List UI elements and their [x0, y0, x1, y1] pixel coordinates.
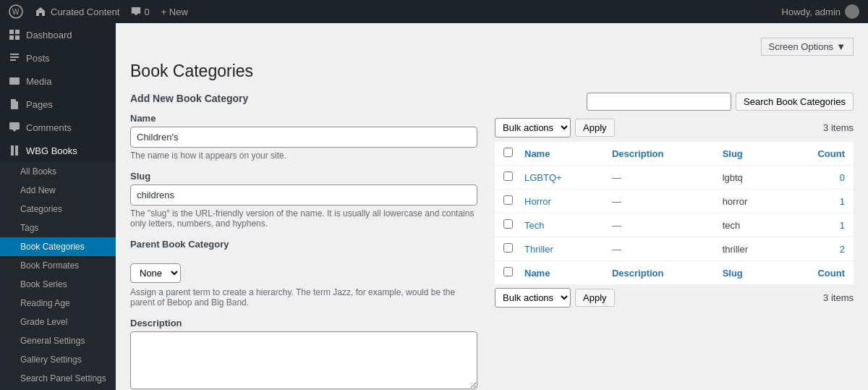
row-count: 1: [783, 213, 854, 237]
svg-text:W: W: [12, 8, 20, 16]
sidebar-item-search-panel-settings[interactable]: Search Panel Settings: [0, 369, 116, 388]
description-group: Description The description is not promi…: [130, 318, 477, 390]
svg-rect-5: [15, 35, 20, 40]
slug-label: Slug: [130, 171, 477, 182]
row-select-checkbox[interactable]: [503, 219, 513, 229]
footer-slug[interactable]: Slug: [714, 261, 783, 285]
sidebar-item-posts[interactable]: Posts: [0, 46, 116, 69]
row-slug: horror: [714, 190, 783, 213]
sidebar-label-posts: Posts: [26, 53, 50, 64]
items-count-bottom: 3 items: [823, 292, 854, 303]
sidebar-item-book-categories[interactable]: Book Categories: [0, 237, 116, 256]
sidebar-item-categories[interactable]: Categories: [0, 200, 116, 219]
pages-icon: [9, 98, 20, 110]
sidebar-item-tags[interactable]: Tags: [0, 219, 116, 237]
screen-options-button[interactable]: Screen Options ▼: [761, 38, 854, 56]
search-input[interactable]: [587, 93, 731, 111]
apply-button-top[interactable]: Apply: [575, 119, 615, 137]
name-input[interactable]: [130, 127, 477, 148]
sidebar-label-grade-level: Grade Level: [20, 317, 67, 327]
content-layout: Add New Book Category Name The name is h…: [130, 93, 854, 390]
count-link[interactable]: 1: [840, 220, 845, 231]
wbg-books-icon: [9, 145, 20, 156]
row-description: —: [603, 237, 714, 261]
header-name[interactable]: Name: [516, 142, 603, 166]
howdy-text: Howdy, admin: [782, 7, 841, 17]
new-content-link[interactable]: + New: [161, 7, 188, 17]
wp-logo-icon: W: [9, 4, 23, 19]
category-name-link[interactable]: Horror: [524, 196, 551, 207]
header-slug[interactable]: Slug: [714, 142, 783, 166]
sidebar-item-dashboard[interactable]: Dashboard: [0, 23, 116, 46]
page-title: Book Categories: [130, 62, 854, 81]
sidebar-item-reading-age[interactable]: Reading Age: [0, 294, 116, 313]
footer-name[interactable]: Name: [516, 261, 603, 285]
header-description[interactable]: Description: [603, 142, 714, 166]
sidebar-item-book-series[interactable]: Book Series: [0, 275, 116, 294]
apply-button-bottom[interactable]: Apply: [575, 289, 615, 307]
slug-hint: The "slug" is the URL-friendly version o…: [130, 208, 477, 229]
select-all-checkbox[interactable]: [503, 148, 513, 157]
sidebar-item-book-formates[interactable]: Book Formates: [0, 256, 116, 275]
sidebar-item-general-settings[interactable]: General Settings: [0, 331, 116, 350]
footer-checkbox[interactable]: [495, 261, 516, 285]
name-group: Name The name is how it appears on your …: [130, 113, 477, 161]
posts-icon: [9, 52, 20, 64]
dashboard-icon: [9, 29, 20, 41]
header-checkbox[interactable]: [495, 142, 516, 166]
table-footer-row: Name Description Slug Count: [495, 261, 854, 285]
categories-table: Name Description Slug Count LGBTQ+ — lgb…: [495, 142, 854, 285]
svg-rect-2: [9, 30, 14, 34]
row-select-checkbox[interactable]: [503, 243, 513, 253]
comment-icon: [131, 7, 141, 17]
row-checkbox[interactable]: [495, 166, 516, 190]
parent-select[interactable]: None: [130, 263, 181, 283]
description-input[interactable]: [130, 331, 477, 389]
footer-count[interactable]: Count: [783, 261, 854, 285]
row-select-checkbox[interactable]: [503, 195, 513, 205]
slug-input[interactable]: [130, 185, 477, 205]
row-checkbox[interactable]: [495, 213, 516, 237]
row-select-checkbox[interactable]: [503, 171, 513, 181]
row-checkbox[interactable]: [495, 237, 516, 261]
row-checkbox[interactable]: [495, 190, 516, 213]
site-link[interactable]: Curated Content: [35, 6, 119, 17]
bulk-actions-select-top[interactable]: Bulk actions: [495, 118, 571, 137]
add-new-form: Add New Book Category Name The name is h…: [130, 93, 477, 390]
description-label: Description: [130, 318, 477, 328]
count-link[interactable]: 1: [840, 196, 845, 207]
sidebar-item-wbg-books[interactable]: WBG Books: [0, 139, 116, 162]
category-name-link[interactable]: Thriller: [524, 244, 553, 255]
search-button[interactable]: Search Book Categories: [736, 93, 854, 111]
svg-point-7: [12, 80, 14, 82]
sidebar-item-add-new[interactable]: Add New: [0, 181, 116, 200]
footer-description[interactable]: Description: [603, 261, 714, 285]
comment-link[interactable]: 0: [131, 7, 149, 17]
count-link[interactable]: 0: [840, 172, 845, 183]
sidebar-item-media[interactable]: Media: [0, 69, 116, 93]
select-all-checkbox-footer[interactable]: [503, 267, 513, 276]
sidebar-item-comments[interactable]: Comments: [0, 116, 116, 139]
sidebar-label-wbg-books: WBG Books: [26, 145, 77, 156]
user-menu[interactable]: Howdy, admin: [782, 4, 859, 19]
sidebar-label-media: Media: [26, 76, 51, 87]
header-count[interactable]: Count: [783, 142, 854, 166]
bulk-actions-top: Bulk actions Apply: [495, 118, 615, 137]
sidebar-item-pages[interactable]: Pages: [0, 93, 116, 116]
sidebar-label-reading-age: Reading Age: [20, 298, 70, 308]
table-row: Thriller — thriller 2: [495, 237, 854, 261]
count-link[interactable]: 2: [840, 244, 845, 255]
table-top-toolbar: Bulk actions Apply 3 items: [495, 118, 854, 137]
sidebar-item-all-books[interactable]: All Books: [0, 162, 116, 181]
sidebar-item-gallery-settings[interactable]: Gallery Settings: [0, 350, 116, 369]
category-name-link[interactable]: Tech: [524, 220, 544, 231]
sidebar-item-grade-level[interactable]: Grade Level: [0, 313, 116, 331]
category-name-link[interactable]: LGBTQ+: [524, 172, 562, 183]
row-slug: thriller: [714, 237, 783, 261]
screen-options-arrow: ▼: [836, 41, 846, 52]
parent-hint: Assign a parent term to create a hierarc…: [130, 287, 477, 308]
table-row: Horror — horror 1: [495, 190, 854, 213]
row-description: —: [603, 213, 714, 237]
name-label: Name: [130, 113, 477, 124]
bulk-actions-select-bottom[interactable]: Bulk actions: [495, 288, 571, 308]
